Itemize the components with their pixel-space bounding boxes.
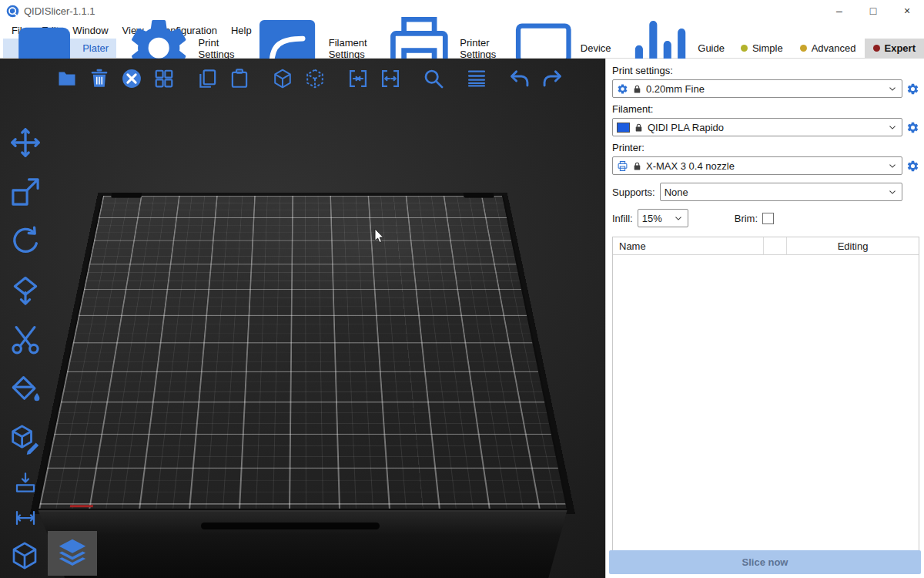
mode-label: Advanced (812, 42, 856, 54)
copy-icon (196, 68, 218, 89)
measure-icon (14, 506, 37, 529)
instance-add-button[interactable] (345, 64, 371, 93)
mode-label: Simple (752, 42, 783, 54)
seam-paint-tool-button[interactable] (6, 419, 45, 458)
maximize-button[interactable]: □ (856, 0, 890, 22)
layers-button[interactable] (464, 64, 490, 93)
open-button[interactable] (54, 64, 80, 93)
mode-dot-icon (873, 45, 880, 52)
object-list-body (613, 255, 919, 559)
print-bed (36, 195, 569, 510)
copy-button[interactable] (194, 64, 220, 93)
brim-checkbox[interactable] (762, 213, 774, 224)
paste-button[interactable] (226, 64, 253, 93)
filament-combo[interactable]: QIDI PLA Rapido (612, 118, 902, 136)
move-tool-button[interactable] (6, 123, 45, 162)
mode-advanced[interactable]: Advanced (792, 39, 865, 58)
arrange-button[interactable] (151, 64, 177, 93)
editing-column-header: Editing (787, 237, 919, 254)
minimize-button[interactable]: – (822, 0, 856, 22)
scale-icon (9, 176, 42, 208)
tab-printer-settings[interactable]: Printer Settings (375, 39, 504, 58)
toolbar-separator (496, 79, 500, 79)
scale-tool-button[interactable] (6, 173, 45, 211)
infill-label: Infill: (612, 213, 633, 224)
toolbar-separator (410, 79, 414, 79)
filament-swatch (617, 123, 630, 133)
supports-label: Supports: (612, 187, 655, 198)
filament-label: Filament: (612, 103, 919, 115)
supports-combo[interactable]: None (660, 183, 902, 201)
delete-all-button[interactable] (119, 64, 145, 93)
instance-remove-button[interactable] (377, 64, 403, 93)
mode-simple[interactable]: Simple (732, 39, 792, 58)
bed-clip (111, 193, 142, 198)
emboss-tool-button[interactable] (6, 469, 45, 496)
tab-guide[interactable]: Guide (619, 39, 732, 58)
tab-label: Print Settings (199, 37, 235, 60)
move-icon (9, 126, 42, 159)
infill-value: 15% (642, 213, 669, 224)
tab-label: Device (581, 42, 611, 54)
split-parts-button[interactable] (302, 64, 328, 93)
supports-value: None (665, 187, 883, 198)
tab-plater[interactable]: Plater (3, 39, 116, 58)
editor-3d-toggle[interactable] (5, 536, 45, 576)
left-toolbar (6, 123, 45, 539)
layers-icon (466, 68, 487, 89)
tab-label: Guide (698, 42, 725, 54)
rotate-icon (9, 225, 42, 257)
bed-origin-marker (70, 505, 93, 507)
mode-dot-icon (800, 45, 807, 52)
printer-icon (617, 160, 628, 172)
emboss-icon (14, 471, 37, 494)
undo-button[interactable] (507, 64, 533, 93)
slice-now-button[interactable]: Slice now (609, 550, 921, 574)
measure-tool-button[interactable] (6, 504, 45, 532)
place-on-face-icon (9, 274, 42, 307)
redo-button[interactable] (539, 64, 565, 93)
brim-label: Brim: (735, 213, 758, 224)
open-icon (56, 68, 78, 89)
print-settings-gear-button[interactable] (906, 82, 919, 96)
cut-tool-button[interactable] (6, 321, 45, 359)
support-paint-icon (9, 373, 42, 405)
lock-icon (632, 161, 642, 171)
preview-layers-toggle[interactable] (48, 531, 97, 576)
infill-combo[interactable]: 15% (638, 209, 688, 227)
printer-gear-button[interactable] (906, 160, 919, 173)
tab-label: Printer Settings (460, 37, 496, 60)
instance-add-icon (347, 68, 369, 89)
name-column-header: Name (613, 237, 764, 254)
toolbar-separator (453, 79, 457, 79)
rotate-tool-button[interactable] (6, 222, 45, 260)
bed-base (35, 510, 570, 578)
tab-strip: PlaterPrint SettingsFilament SettingsPri… (3, 39, 732, 58)
mouse-cursor (374, 228, 385, 244)
mode-expert[interactable]: Expert (865, 39, 924, 58)
search-button[interactable] (420, 64, 447, 93)
cut-icon (9, 324, 42, 356)
chevron-down-icon (887, 160, 898, 171)
extra-column-header (764, 237, 787, 254)
split-objects-button[interactable] (270, 64, 296, 93)
mode-dot-icon (741, 45, 748, 52)
filament-gear-button[interactable] (906, 121, 919, 134)
printer-combo[interactable]: X-MAX 3 0.4 nozzle (612, 156, 902, 175)
tab-filament-settings[interactable]: Filament Settings (243, 39, 375, 58)
view-toggles (5, 531, 97, 576)
bed-handle-slot (201, 523, 380, 529)
arrange-icon (153, 68, 175, 89)
tab-device[interactable]: Device (504, 39, 618, 58)
tab-print-settings[interactable]: Print Settings (116, 39, 242, 58)
object-list-table: Name Editing (612, 237, 919, 559)
delete-button[interactable] (86, 64, 112, 93)
close-button[interactable]: × (890, 0, 924, 22)
tab-label: Plater (82, 42, 109, 54)
chevron-down-icon (887, 187, 898, 197)
print-settings-combo[interactable]: 0.20mm Fine (612, 79, 902, 98)
place-on-face-tool-button[interactable] (6, 271, 45, 310)
viewport-3d[interactable] (0, 59, 605, 578)
support-paint-tool-button[interactable] (6, 370, 45, 408)
print-settings-label: Print settings: (612, 65, 919, 76)
